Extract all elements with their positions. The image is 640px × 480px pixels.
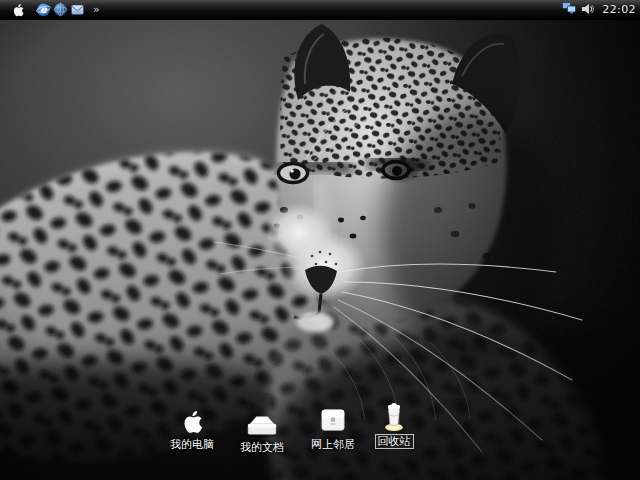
desktop-icon-label: 网上邻居 — [309, 438, 357, 451]
desktop-icon-label: 我的文档 — [238, 441, 286, 454]
recycle-bin-icon — [380, 404, 408, 432]
apple-computer-icon — [179, 407, 205, 435]
apple-menu-button[interactable] — [11, 2, 25, 18]
internet-explorer-icon[interactable]: e — [36, 2, 51, 17]
desktop-icon-label: 回收站 — [376, 435, 413, 448]
desktop[interactable]: 我的电脑 我的文档 — [0, 20, 640, 480]
desktop-icon-my-computer[interactable]: 我的电脑 — [163, 407, 221, 451]
clock[interactable]: 22:02 — [599, 3, 636, 16]
desktop-icon-my-documents[interactable]: 我的文档 — [233, 410, 291, 454]
desktop-icon-recycle-bin[interactable]: 回收站 — [365, 404, 423, 448]
globe-icon[interactable] — [53, 2, 68, 17]
desktop-icon-network-places[interactable]: 网上邻居 — [304, 407, 362, 451]
network-tray-icon[interactable] — [561, 0, 577, 19]
mail-icon[interactable] — [70, 2, 85, 17]
menu-bar: e — [0, 0, 640, 20]
volume-tray-icon[interactable] — [581, 0, 595, 19]
toolbar-overflow-button[interactable]: » — [93, 0, 100, 20]
apple-icon — [11, 2, 25, 18]
documents-box-icon — [242, 410, 282, 438]
network-places-icon — [318, 407, 348, 435]
desktop-icon-label: 我的电脑 — [168, 438, 216, 451]
screen: 我的电脑 我的文档 — [0, 0, 640, 480]
